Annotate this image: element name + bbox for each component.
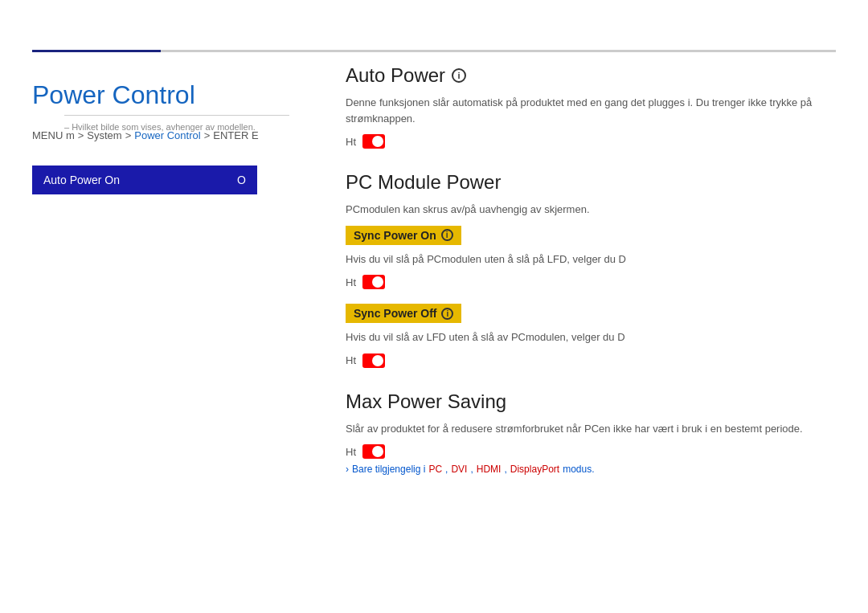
right-panel: Auto Power i Denne funksjonen slår autom…: [346, 64, 836, 497]
note-text-before: Bare tilgjengelig i: [352, 464, 425, 475]
note-comma-3: ,: [504, 464, 506, 475]
auto-power-ht-label: Ht: [346, 136, 356, 148]
sync-power-on-badge: [362, 275, 385, 289]
sync-power-on-label: Sync Power On: [354, 229, 436, 242]
pc-module-desc: PCmodulen kan skrus av/på uavhengig av s…: [346, 202, 836, 218]
note-text-after: modus.: [563, 464, 594, 475]
sync-power-off-value-row: Ht: [346, 353, 836, 368]
note-comma-2: ,: [470, 464, 473, 475]
max-power-saving-value-row: Ht: [346, 444, 836, 459]
sync-power-on-desc: Hvis du vil slå på PCmodulen uten å slå …: [346, 251, 836, 268]
auto-power-on-label: Auto Power On: [43, 174, 120, 186]
note-arrow: ›: [346, 464, 349, 475]
sync-power-on-value-row: Ht: [346, 275, 836, 289]
sync-power-off-ht: Ht: [346, 354, 356, 366]
note-pc: PC: [428, 464, 442, 475]
auto-power-value-row: Ht: [346, 134, 836, 149]
auto-power-desc: Denne funksjonen slår automatisk på prod…: [346, 95, 836, 126]
note-comma-1: ,: [445, 464, 448, 475]
footnote: – Hvilket bilde som vises, avhenger av m…: [64, 115, 289, 132]
max-power-saving-ht: Ht: [346, 446, 356, 458]
sync-power-on-button[interactable]: Sync Power On i: [346, 226, 461, 245]
sync-power-on-ht: Ht: [346, 276, 356, 288]
auto-power-title-text: Auto Power: [346, 64, 445, 87]
auto-power-title: Auto Power i: [346, 64, 836, 87]
pc-module-title-text: PC Module Power: [346, 171, 501, 194]
sync-power-on-info-icon[interactable]: i: [441, 229, 453, 241]
auto-power-on-menu-item[interactable]: Auto Power On O: [32, 166, 257, 194]
max-power-saving-section: Max Power Saving Slår av produktet for å…: [346, 390, 836, 476]
sync-power-off-button[interactable]: Sync Power Off i: [346, 304, 461, 323]
max-power-saving-desc: Slår av produktet for å redusere strømfo…: [346, 421, 836, 437]
top-bar-accent: [32, 50, 161, 52]
left-panel: Power Control MENU m > System > Power Co…: [32, 64, 330, 196]
auto-power-section: Auto Power i Denne funksjonen slår autom…: [346, 64, 836, 149]
sync-power-off-desc: Hvis du vil slå av LFD uten å slå av PCm…: [346, 329, 836, 345]
sync-power-off-badge: [362, 353, 385, 368]
max-power-saving-badge: [362, 444, 385, 459]
note-displayport: DisplayPort: [510, 464, 559, 475]
divider-line: [161, 50, 836, 51]
auto-power-info-icon[interactable]: i: [452, 68, 466, 83]
auto-power-on-value: O: [237, 174, 246, 186]
note-hdmi: HDMI: [477, 464, 502, 475]
max-power-saving-title: Max Power Saving: [346, 390, 836, 413]
page-title: Power Control: [32, 80, 330, 110]
sync-power-on-block: Sync Power On i Hvis du vil slå på PCmod…: [346, 226, 836, 290]
max-power-saving-note: › Bare tilgjengelig i PC , DVI , HDMI , …: [346, 464, 836, 475]
sync-power-off-label: Sync Power Off: [354, 307, 436, 320]
note-dvi: DVI: [451, 464, 467, 475]
sync-power-off-block: Sync Power Off i Hvis du vil slå av LFD …: [346, 304, 836, 368]
pc-module-power-section: PC Module Power PCmodulen kan skrus av/p…: [346, 171, 836, 368]
max-power-saving-title-text: Max Power Saving: [346, 390, 506, 413]
auto-power-badge: [362, 134, 385, 149]
sync-power-off-info-icon[interactable]: i: [441, 308, 453, 320]
pc-module-title: PC Module Power: [346, 171, 836, 194]
